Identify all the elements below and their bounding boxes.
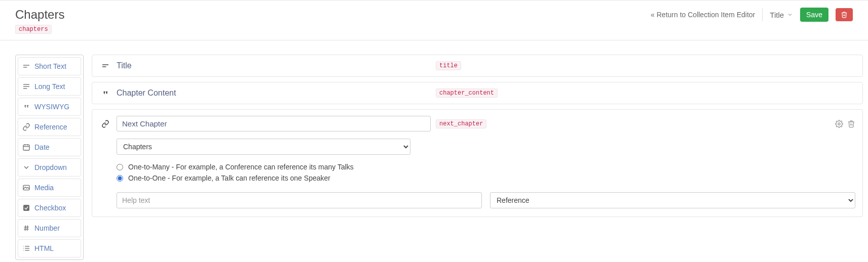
svg-rect-10 — [23, 205, 29, 211]
chevron-down-icon — [22, 163, 30, 171]
sidebar-item-label: Checkbox — [34, 204, 66, 212]
radio-label: One-to-Many - For example, a Conference … — [128, 163, 354, 171]
field-name-input[interactable] — [117, 116, 431, 132]
sidebar-item-label: Reference — [34, 123, 67, 131]
svg-point-23 — [838, 123, 840, 125]
field-row-next-chapter: next_chapter Chapters — [92, 109, 863, 217]
title-dropdown-label: Title — [770, 11, 784, 19]
help-text-input[interactable] — [117, 192, 482, 208]
trash-icon — [841, 11, 848, 18]
image-icon — [22, 184, 30, 192]
link-icon — [22, 123, 30, 131]
svg-line-13 — [25, 226, 25, 231]
chevron-down-icon — [787, 12, 793, 18]
sidebar-item-label: Media — [34, 184, 54, 192]
collection-slug: chapters — [15, 25, 52, 34]
sidebar-item-date[interactable]: Date — [18, 138, 81, 156]
short-text-icon — [99, 62, 111, 70]
field-slug: title — [436, 61, 461, 70]
sidebar-item-label: Long Text — [34, 82, 65, 91]
field-label: Chapter Content — [117, 89, 431, 98]
field-label: Title — [117, 61, 431, 70]
short-text-icon — [22, 62, 30, 70]
checkbox-icon — [22, 204, 30, 212]
field-slug: chapter_content — [436, 89, 498, 98]
save-button[interactable]: Save — [800, 8, 828, 22]
quote-icon — [22, 103, 30, 111]
list-icon — [22, 244, 30, 252]
svg-rect-5 — [23, 145, 29, 150]
sidebar-item-label: Number — [34, 224, 60, 232]
sidebar-item-short-text[interactable]: Short Text — [18, 57, 81, 75]
sidebar-item-number[interactable]: Number — [18, 219, 81, 237]
svg-line-14 — [27, 226, 27, 231]
trash-icon[interactable] — [847, 120, 855, 128]
hash-icon — [22, 224, 30, 232]
return-link[interactable]: « Return to Collection Item Editor — [651, 11, 755, 19]
calendar-icon — [22, 143, 30, 151]
sidebar-item-label: Date — [34, 143, 50, 151]
field-row-title[interactable]: Title title — [92, 55, 863, 77]
sidebar-item-dropdown[interactable]: Dropdown — [18, 158, 81, 177]
radio-one-to-many-input[interactable] — [117, 164, 123, 170]
sidebar-item-label: Short Text — [34, 62, 66, 70]
sidebar-item-reference[interactable]: Reference — [18, 118, 81, 136]
radio-label: One-to-One - For example, a Talk can ref… — [128, 174, 330, 182]
sidebar-item-media[interactable]: Media — [18, 179, 81, 197]
link-icon — [99, 120, 111, 128]
delete-button[interactable] — [836, 8, 853, 21]
sidebar-item-checkbox[interactable]: Checkbox — [18, 199, 81, 217]
sidebar-item-html[interactable]: HTML — [18, 239, 81, 257]
sidebar-item-label: Dropdown — [34, 163, 67, 171]
sidebar-item-label: WYSIWYG — [34, 103, 69, 111]
quote-icon — [99, 89, 111, 97]
gear-icon[interactable] — [835, 120, 843, 128]
page-title: Chapters — [15, 8, 64, 22]
sidebar-item-label: HTML — [34, 244, 54, 252]
field-type-select[interactable]: Reference — [490, 192, 855, 208]
radio-one-to-one[interactable]: One-to-One - For example, a Talk can ref… — [117, 174, 855, 182]
field-slug: next_chapter — [436, 119, 486, 128]
title-dropdown[interactable]: Title — [770, 11, 793, 19]
radio-one-to-one-input[interactable] — [117, 175, 123, 182]
sidebar-item-wysiwyg[interactable]: WYSIWYG — [18, 98, 81, 116]
long-text-icon — [22, 82, 30, 91]
reference-collection-select[interactable]: Chapters — [117, 139, 410, 155]
field-row-chapter-content[interactable]: Chapter Content chapter_content — [92, 82, 863, 104]
sidebar-item-long-text[interactable]: Long Text — [18, 77, 81, 96]
radio-one-to-many[interactable]: One-to-Many - For example, a Conference … — [117, 163, 855, 171]
field-type-sidebar: Short Text Long Text WYSIWYG Reference D… — [15, 55, 84, 260]
divider — [762, 8, 763, 21]
